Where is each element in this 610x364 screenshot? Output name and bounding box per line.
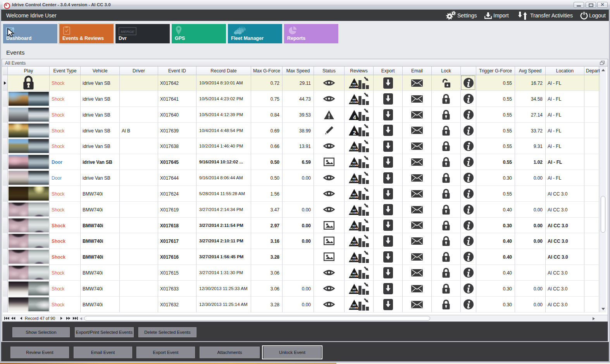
svg-text:MERGE: MERGE	[121, 29, 135, 34]
